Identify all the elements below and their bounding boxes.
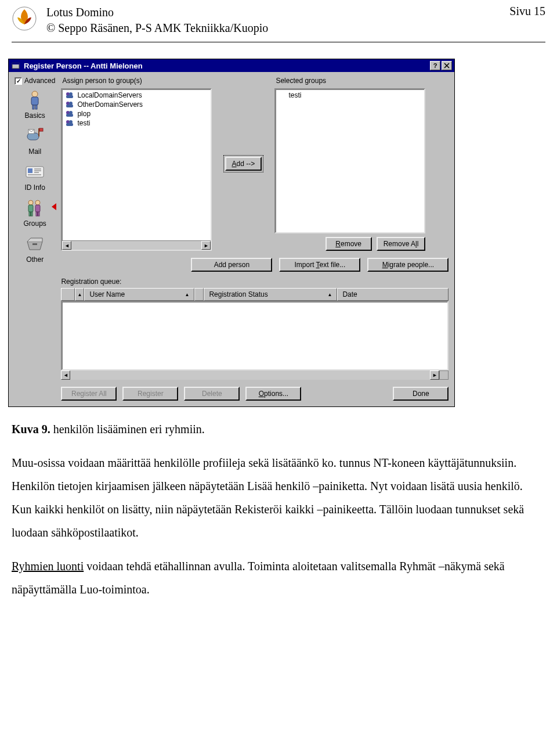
svg-rect-4 <box>31 97 38 105</box>
nav-other[interactable]: Other <box>15 232 55 267</box>
add-button-label: Add --> <box>232 160 255 168</box>
nav-basics[interactable]: Basics <box>15 88 55 123</box>
scroll-right-icon[interactable]: ► <box>201 241 211 250</box>
svg-rect-12 <box>28 168 32 173</box>
svg-rect-2 <box>12 63 19 64</box>
nav-groups[interactable]: Groups <box>15 196 55 231</box>
page-number: Sivu 15 <box>509 5 545 18</box>
header-title: Lotus Domino <box>46 5 500 20</box>
scroll-track[interactable] <box>71 241 201 250</box>
migrate-people-button[interactable]: Migrate people... <box>367 258 449 272</box>
scroll-right-icon[interactable]: ► <box>430 370 439 380</box>
queue-grid-scroll[interactable]: ◄ ► <box>61 370 449 380</box>
grid-col-status-label: Registration Status <box>209 290 267 298</box>
svg-rect-24 <box>38 212 40 216</box>
add-button-focus: Add --> <box>223 155 264 172</box>
remove-button[interactable]: Remove <box>325 237 372 251</box>
list-item-label: OtherDomainServers <box>77 100 143 109</box>
mailbox-icon <box>24 125 46 146</box>
list-item-label: LocalDomainServers <box>77 91 142 99</box>
remove-all-button[interactable]: Remove All <box>377 237 426 251</box>
help-button[interactable]: ? <box>430 61 440 70</box>
list-item[interactable]: LocalDomainServers <box>62 91 211 100</box>
scroll-corner <box>439 370 449 380</box>
list-item[interactable]: plop <box>62 109 211 118</box>
add-person-button[interactable]: Add person <box>191 258 272 272</box>
register-button[interactable]: Register <box>122 387 178 401</box>
person-icon <box>24 89 46 110</box>
section-lead: Ryhmien luonti <box>12 560 84 573</box>
register-all-label: Register All <box>71 390 107 398</box>
dialog-icon <box>11 61 20 70</box>
chevron-up-icon: ▲ <box>327 292 332 297</box>
queue-grid-body[interactable] <box>61 301 449 370</box>
add-person-label: Add person <box>214 261 249 269</box>
grid-checkbox-header[interactable] <box>61 288 75 301</box>
svg-rect-25 <box>32 243 37 245</box>
list-item[interactable]: OtherDomainServers <box>62 100 211 109</box>
assign-label: Assign person to group(s) <box>61 77 212 85</box>
grid-col-date-label: Date <box>342 290 357 298</box>
scroll-left-icon[interactable]: ◄ <box>61 370 70 380</box>
figure-caption-label: Kuva 9. <box>12 423 50 435</box>
list-item[interactable]: testi <box>276 91 424 100</box>
dialog-titlebar[interactable]: Register Person -- Antti Mielonen ? <box>9 59 454 72</box>
grid-spacer-header[interactable] <box>194 288 204 301</box>
nav-idinfo-label: ID Info <box>25 183 45 192</box>
dialog-sidebar: ✓ Advanced Basics <box>15 77 55 401</box>
paragraph-2-rest: voidaan tehdä etähallinnan avulla. Toimi… <box>12 560 505 596</box>
options-button[interactable]: Options... <box>245 387 301 401</box>
done-label: Done <box>413 390 429 398</box>
nav-idinfo[interactable]: ID Info <box>15 160 55 195</box>
svg-point-19 <box>35 200 40 205</box>
advanced-checkbox[interactable]: ✓ Advanced <box>15 77 55 85</box>
register-all-button[interactable]: Register All <box>61 387 117 401</box>
body-text: Kuva 9. henkilön lisääminen eri ryhmiin.… <box>0 407 557 635</box>
lotus-logo-icon <box>12 6 37 31</box>
svg-rect-18 <box>28 205 33 212</box>
active-marker-icon <box>52 203 56 210</box>
import-text-label: Import Text file... <box>294 261 345 269</box>
group-icon <box>66 101 74 108</box>
delete-label: Delete <box>202 390 222 398</box>
svg-rect-34 <box>66 114 73 117</box>
svg-rect-5 <box>32 105 34 109</box>
svg-rect-20 <box>35 205 40 212</box>
group-icon <box>66 120 74 127</box>
done-button[interactable]: Done <box>393 387 449 401</box>
grid-col-date[interactable]: Date <box>337 288 449 301</box>
page-header: Lotus Domino © Seppo Räsänen, P-S AMK Te… <box>0 0 557 39</box>
grid-col-status[interactable]: Registration Status ▲ <box>204 288 337 301</box>
grid-col-username[interactable]: User Name ▲ <box>84 288 194 301</box>
drawer-icon <box>24 233 46 254</box>
svg-rect-31 <box>66 105 73 107</box>
list-item[interactable]: testi <box>62 118 211 128</box>
svg-rect-7 <box>27 133 39 140</box>
header-subtitle: © Seppo Räsänen, P-S AMK Tekniikka/Kuopi… <box>46 20 500 36</box>
svg-rect-6 <box>35 105 37 109</box>
options-label: Options... <box>259 390 288 398</box>
scroll-track[interactable] <box>70 370 430 380</box>
available-groups-list[interactable]: LocalDomainServers OtherDomainServers <box>61 88 212 251</box>
scroll-left-icon[interactable]: ◄ <box>62 241 71 250</box>
delete-button[interactable]: Delete <box>184 387 240 401</box>
grid-col-username-label: User Name <box>89 290 125 298</box>
paragraph-2: Ryhmien luonti voidaan tehdä etähallinna… <box>12 555 545 601</box>
horizontal-scrollbar[interactable]: ◄ ► <box>62 240 211 250</box>
svg-rect-28 <box>66 95 73 98</box>
add-button[interactable]: Add --> <box>225 157 262 171</box>
grid-sort-header[interactable]: ▲ <box>75 288 84 301</box>
close-button[interactable] <box>442 61 452 70</box>
svg-rect-37 <box>66 123 73 126</box>
nav-basics-label: Basics <box>25 111 45 120</box>
nav-mail[interactable]: Mail <box>15 124 55 159</box>
migrate-people-label: Migrate people... <box>382 261 434 269</box>
selected-groups-list[interactable]: testi <box>274 88 425 233</box>
dialog-main: Assign person to group(s) LocalDomainSer… <box>61 77 449 401</box>
import-text-button[interactable]: Import Text file... <box>279 258 360 272</box>
figure-caption-text: henkilön lisääminen eri ryhmiin. <box>53 423 205 435</box>
checkbox-icon: ✓ <box>15 77 22 85</box>
remove-button-label: Remove <box>335 240 361 248</box>
header-divider <box>12 42 545 42</box>
header-text: Lotus Domino © Seppo Räsänen, P-S AMK Te… <box>46 5 500 36</box>
